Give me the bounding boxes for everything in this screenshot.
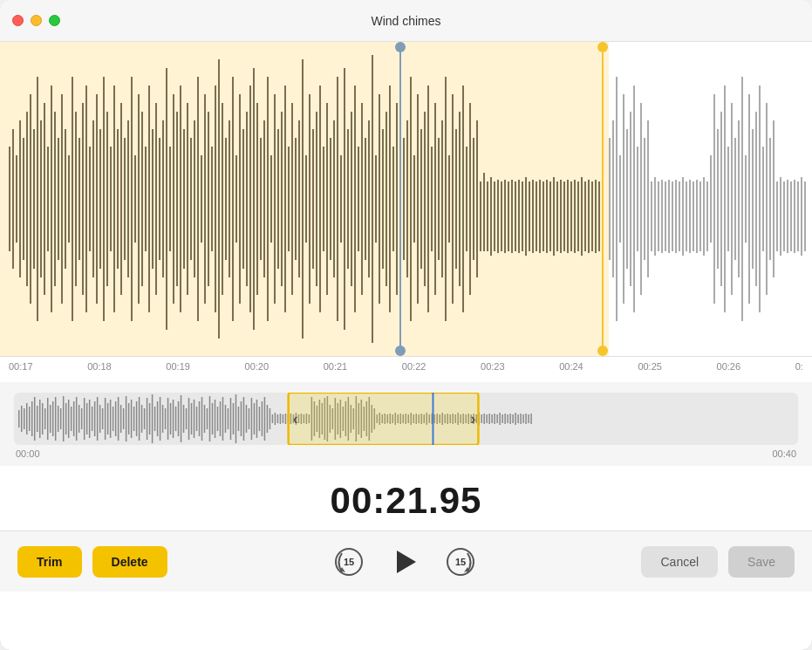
svg-rect-253	[73, 401, 74, 436]
controls-bar: Trim Delete 15 15	[0, 530, 812, 592]
svg-rect-202	[724, 86, 726, 312]
ruler-labels: 00:17 00:18 00:19 00:20 00:21 00:22 00:2…	[0, 361, 812, 372]
svg-rect-414	[494, 414, 495, 424]
svg-rect-233	[21, 406, 22, 432]
svg-rect-291	[173, 400, 174, 438]
svg-rect-285	[157, 401, 158, 436]
svg-rect-310	[222, 397, 223, 441]
ruler-label-5: 00:22	[402, 361, 426, 372]
app-window: Wind chimes	[0, 0, 812, 650]
svg-rect-194	[696, 180, 698, 253]
titlebar: Wind chimes	[0, 0, 812, 42]
svg-rect-205	[734, 138, 736, 260]
ruler-label-10: 0:	[795, 361, 803, 372]
svg-rect-259	[89, 400, 90, 438]
svg-rect-277	[136, 401, 137, 436]
svg-rect-196	[703, 177, 705, 256]
svg-rect-266	[107, 403, 108, 434]
ff-button[interactable]: 15	[441, 543, 480, 581]
svg-rect-316	[238, 407, 239, 431]
svg-rect-410	[483, 414, 484, 424]
svg-rect-237	[31, 401, 32, 436]
svg-rect-236	[29, 407, 30, 431]
svg-rect-273	[126, 396, 126, 441]
svg-rect-216	[773, 120, 774, 277]
svg-rect-215	[769, 138, 771, 260]
svg-rect-428	[530, 414, 531, 424]
svg-rect-189	[679, 181, 680, 251]
svg-rect-239	[37, 406, 38, 432]
svg-rect-278	[139, 397, 140, 441]
svg-rect-185	[665, 181, 666, 251]
svg-rect-276	[133, 407, 134, 431]
svg-text:15: 15	[454, 557, 465, 567]
svg-rect-417	[502, 414, 502, 423]
svg-rect-409	[481, 414, 481, 423]
main-waveform-area[interactable]: 00:17 00:18 00:19 00:20 00:21 00:22 00:2…	[0, 42, 812, 382]
svg-rect-426	[525, 414, 526, 424]
svg-rect-334	[285, 414, 286, 424]
svg-rect-289	[167, 398, 168, 440]
rewind-button[interactable]: 15	[330, 543, 368, 581]
svg-rect-254	[76, 397, 77, 441]
svg-rect-411	[486, 414, 487, 423]
overview-svg: ‹ ›	[14, 393, 798, 445]
svg-rect-265	[105, 398, 106, 440]
waveform-canvas[interactable]	[0, 42, 812, 356]
svg-rect-295	[183, 405, 184, 433]
svg-rect-328	[270, 408, 270, 429]
svg-rect-206	[738, 120, 740, 277]
svg-rect-413	[491, 414, 492, 423]
svg-rect-180	[647, 120, 649, 277]
svg-text:›: ›	[470, 410, 475, 428]
svg-rect-324	[259, 407, 260, 431]
svg-rect-183	[658, 181, 659, 251]
svg-rect-187	[672, 181, 673, 251]
svg-rect-242	[44, 408, 45, 429]
svg-rect-240	[39, 400, 40, 438]
svg-rect-318	[243, 397, 244, 441]
svg-rect-321	[251, 398, 252, 440]
svg-rect-204	[731, 103, 733, 295]
svg-rect-422	[515, 413, 515, 425]
svg-rect-256	[81, 408, 82, 429]
minimize-button[interactable]	[31, 15, 42, 26]
svg-rect-207	[741, 77, 743, 321]
maximize-button[interactable]	[49, 15, 60, 26]
overview-waveform[interactable]: ‹ ›	[14, 393, 798, 445]
svg-rect-249	[63, 396, 64, 441]
delete-button[interactable]: Delete	[92, 546, 167, 578]
trim-button[interactable]: Trim	[17, 546, 82, 578]
svg-rect-182	[654, 177, 656, 256]
svg-rect-188	[675, 180, 677, 253]
svg-rect-272	[123, 408, 124, 429]
svg-rect-221	[790, 181, 792, 251]
close-button[interactable]	[12, 15, 24, 26]
svg-rect-243	[47, 398, 48, 440]
svg-rect-286	[160, 397, 160, 441]
svg-rect-210	[752, 129, 754, 269]
svg-rect-209	[748, 94, 750, 304]
overview-start-label: 00:00	[16, 448, 40, 459]
svg-rect-298	[191, 403, 192, 434]
svg-rect-260	[92, 407, 92, 431]
timeline-ruler: 00:17 00:18 00:19 00:20 00:21 00:22 00:2…	[0, 356, 812, 382]
overview-time-labels: 00:00 00:40	[14, 445, 798, 459]
svg-rect-330	[275, 413, 276, 425]
svg-rect-309	[220, 401, 221, 436]
svg-rect-172	[619, 155, 621, 243]
svg-rect-288	[165, 408, 166, 429]
svg-rect-290	[170, 403, 171, 434]
svg-rect-325	[262, 401, 263, 436]
play-button[interactable]	[386, 543, 424, 581]
svg-rect-283	[152, 394, 153, 443]
svg-rect-296	[186, 408, 187, 429]
svg-rect-177	[637, 147, 638, 251]
cancel-button[interactable]: Cancel	[641, 546, 718, 578]
svg-rect-314	[233, 403, 234, 434]
svg-rect-292	[175, 407, 176, 431]
svg-rect-312	[228, 408, 229, 429]
save-button[interactable]: Save	[728, 546, 795, 578]
svg-rect-255	[78, 405, 79, 433]
svg-rect-332	[280, 414, 281, 424]
